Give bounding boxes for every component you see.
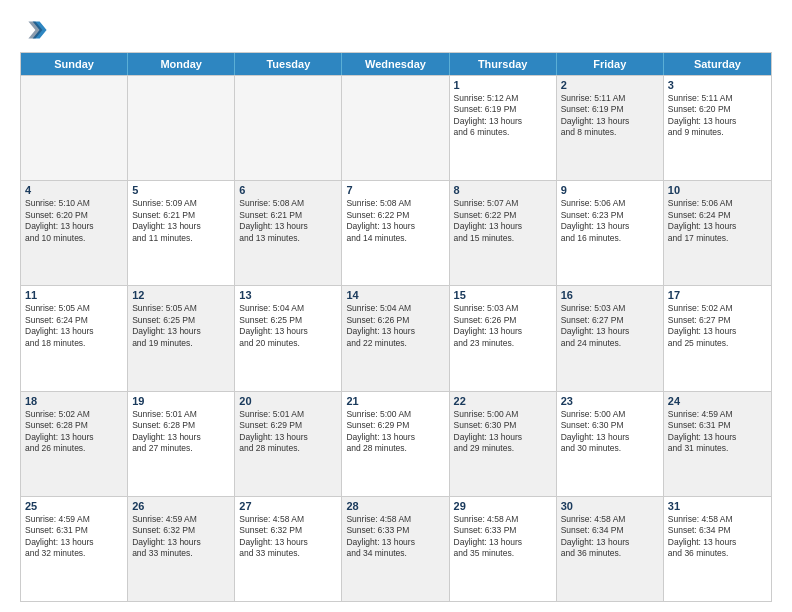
page: SundayMondayTuesdayWednesdayThursdayFrid… xyxy=(0,0,792,612)
calendar-cell-day-26: 26Sunrise: 4:59 AM Sunset: 6:32 PM Dayli… xyxy=(128,497,235,601)
calendar-cell-day-8: 8Sunrise: 5:07 AM Sunset: 6:22 PM Daylig… xyxy=(450,181,557,285)
calendar-cell-day-1: 1Sunrise: 5:12 AM Sunset: 6:19 PM Daylig… xyxy=(450,76,557,180)
calendar-cell-day-13: 13Sunrise: 5:04 AM Sunset: 6:25 PM Dayli… xyxy=(235,286,342,390)
day-number: 8 xyxy=(454,184,552,196)
day-info: Sunrise: 5:03 AM Sunset: 6:26 PM Dayligh… xyxy=(454,303,552,349)
day-number: 4 xyxy=(25,184,123,196)
day-info: Sunrise: 4:58 AM Sunset: 6:34 PM Dayligh… xyxy=(561,514,659,560)
day-info: Sunrise: 5:07 AM Sunset: 6:22 PM Dayligh… xyxy=(454,198,552,244)
day-info: Sunrise: 4:58 AM Sunset: 6:33 PM Dayligh… xyxy=(346,514,444,560)
day-number: 13 xyxy=(239,289,337,301)
calendar-cell-day-23: 23Sunrise: 5:00 AM Sunset: 6:30 PM Dayli… xyxy=(557,392,664,496)
day-info: Sunrise: 4:59 AM Sunset: 6:31 PM Dayligh… xyxy=(668,409,767,455)
day-info: Sunrise: 5:06 AM Sunset: 6:23 PM Dayligh… xyxy=(561,198,659,244)
calendar-cell-day-27: 27Sunrise: 4:58 AM Sunset: 6:32 PM Dayli… xyxy=(235,497,342,601)
calendar-cell-day-14: 14Sunrise: 5:04 AM Sunset: 6:26 PM Dayli… xyxy=(342,286,449,390)
day-info: Sunrise: 5:11 AM Sunset: 6:19 PM Dayligh… xyxy=(561,93,659,139)
calendar-cell-day-9: 9Sunrise: 5:06 AM Sunset: 6:23 PM Daylig… xyxy=(557,181,664,285)
day-info: Sunrise: 5:01 AM Sunset: 6:28 PM Dayligh… xyxy=(132,409,230,455)
day-number: 14 xyxy=(346,289,444,301)
day-info: Sunrise: 5:05 AM Sunset: 6:25 PM Dayligh… xyxy=(132,303,230,349)
day-number: 10 xyxy=(668,184,767,196)
header-day-sunday: Sunday xyxy=(21,53,128,75)
day-number: 24 xyxy=(668,395,767,407)
header-day-wednesday: Wednesday xyxy=(342,53,449,75)
day-number: 3 xyxy=(668,79,767,91)
calendar-row-4: 18Sunrise: 5:02 AM Sunset: 6:28 PM Dayli… xyxy=(21,391,771,496)
day-info: Sunrise: 5:02 AM Sunset: 6:28 PM Dayligh… xyxy=(25,409,123,455)
day-info: Sunrise: 5:02 AM Sunset: 6:27 PM Dayligh… xyxy=(668,303,767,349)
day-number: 30 xyxy=(561,500,659,512)
day-info: Sunrise: 5:04 AM Sunset: 6:25 PM Dayligh… xyxy=(239,303,337,349)
calendar: SundayMondayTuesdayWednesdayThursdayFrid… xyxy=(20,52,772,602)
calendar-cell-day-25: 25Sunrise: 4:59 AM Sunset: 6:31 PM Dayli… xyxy=(21,497,128,601)
calendar-row-3: 11Sunrise: 5:05 AM Sunset: 6:24 PM Dayli… xyxy=(21,285,771,390)
calendar-cell-day-21: 21Sunrise: 5:00 AM Sunset: 6:29 PM Dayli… xyxy=(342,392,449,496)
calendar-cell-empty xyxy=(235,76,342,180)
day-number: 19 xyxy=(132,395,230,407)
calendar-cell-day-18: 18Sunrise: 5:02 AM Sunset: 6:28 PM Dayli… xyxy=(21,392,128,496)
calendar-cell-empty xyxy=(21,76,128,180)
day-info: Sunrise: 5:05 AM Sunset: 6:24 PM Dayligh… xyxy=(25,303,123,349)
calendar-cell-day-3: 3Sunrise: 5:11 AM Sunset: 6:20 PM Daylig… xyxy=(664,76,771,180)
day-info: Sunrise: 5:00 AM Sunset: 6:30 PM Dayligh… xyxy=(454,409,552,455)
day-info: Sunrise: 4:58 AM Sunset: 6:33 PM Dayligh… xyxy=(454,514,552,560)
calendar-cell-day-24: 24Sunrise: 4:59 AM Sunset: 6:31 PM Dayli… xyxy=(664,392,771,496)
header-day-friday: Friday xyxy=(557,53,664,75)
day-number: 20 xyxy=(239,395,337,407)
day-info: Sunrise: 4:59 AM Sunset: 6:32 PM Dayligh… xyxy=(132,514,230,560)
header-day-monday: Monday xyxy=(128,53,235,75)
calendar-cell-day-15: 15Sunrise: 5:03 AM Sunset: 6:26 PM Dayli… xyxy=(450,286,557,390)
day-info: Sunrise: 5:03 AM Sunset: 6:27 PM Dayligh… xyxy=(561,303,659,349)
calendar-cell-day-28: 28Sunrise: 4:58 AM Sunset: 6:33 PM Dayli… xyxy=(342,497,449,601)
calendar-cell-day-19: 19Sunrise: 5:01 AM Sunset: 6:28 PM Dayli… xyxy=(128,392,235,496)
day-number: 26 xyxy=(132,500,230,512)
day-info: Sunrise: 4:59 AM Sunset: 6:31 PM Dayligh… xyxy=(25,514,123,560)
day-info: Sunrise: 5:00 AM Sunset: 6:29 PM Dayligh… xyxy=(346,409,444,455)
logo xyxy=(20,16,52,44)
day-info: Sunrise: 5:06 AM Sunset: 6:24 PM Dayligh… xyxy=(668,198,767,244)
day-info: Sunrise: 5:01 AM Sunset: 6:29 PM Dayligh… xyxy=(239,409,337,455)
day-number: 21 xyxy=(346,395,444,407)
calendar-cell-empty xyxy=(342,76,449,180)
day-number: 12 xyxy=(132,289,230,301)
day-number: 17 xyxy=(668,289,767,301)
day-number: 25 xyxy=(25,500,123,512)
calendar-cell-day-20: 20Sunrise: 5:01 AM Sunset: 6:29 PM Dayli… xyxy=(235,392,342,496)
calendar-cell-day-17: 17Sunrise: 5:02 AM Sunset: 6:27 PM Dayli… xyxy=(664,286,771,390)
calendar-cell-day-29: 29Sunrise: 4:58 AM Sunset: 6:33 PM Dayli… xyxy=(450,497,557,601)
day-info: Sunrise: 5:10 AM Sunset: 6:20 PM Dayligh… xyxy=(25,198,123,244)
day-info: Sunrise: 5:00 AM Sunset: 6:30 PM Dayligh… xyxy=(561,409,659,455)
calendar-cell-day-5: 5Sunrise: 5:09 AM Sunset: 6:21 PM Daylig… xyxy=(128,181,235,285)
calendar-cell-day-22: 22Sunrise: 5:00 AM Sunset: 6:30 PM Dayli… xyxy=(450,392,557,496)
day-number: 2 xyxy=(561,79,659,91)
calendar-body: 1Sunrise: 5:12 AM Sunset: 6:19 PM Daylig… xyxy=(21,75,771,601)
day-info: Sunrise: 5:11 AM Sunset: 6:20 PM Dayligh… xyxy=(668,93,767,139)
calendar-row-1: 1Sunrise: 5:12 AM Sunset: 6:19 PM Daylig… xyxy=(21,75,771,180)
day-number: 1 xyxy=(454,79,552,91)
header-day-saturday: Saturday xyxy=(664,53,771,75)
day-info: Sunrise: 5:08 AM Sunset: 6:22 PM Dayligh… xyxy=(346,198,444,244)
calendar-header: SundayMondayTuesdayWednesdayThursdayFrid… xyxy=(21,53,771,75)
day-info: Sunrise: 5:12 AM Sunset: 6:19 PM Dayligh… xyxy=(454,93,552,139)
calendar-cell-day-6: 6Sunrise: 5:08 AM Sunset: 6:21 PM Daylig… xyxy=(235,181,342,285)
header-day-tuesday: Tuesday xyxy=(235,53,342,75)
day-number: 18 xyxy=(25,395,123,407)
day-number: 9 xyxy=(561,184,659,196)
calendar-cell-day-30: 30Sunrise: 4:58 AM Sunset: 6:34 PM Dayli… xyxy=(557,497,664,601)
day-info: Sunrise: 4:58 AM Sunset: 6:34 PM Dayligh… xyxy=(668,514,767,560)
day-number: 22 xyxy=(454,395,552,407)
day-number: 6 xyxy=(239,184,337,196)
day-info: Sunrise: 5:04 AM Sunset: 6:26 PM Dayligh… xyxy=(346,303,444,349)
header xyxy=(20,16,772,44)
calendar-row-5: 25Sunrise: 4:59 AM Sunset: 6:31 PM Dayli… xyxy=(21,496,771,601)
day-number: 31 xyxy=(668,500,767,512)
calendar-cell-day-31: 31Sunrise: 4:58 AM Sunset: 6:34 PM Dayli… xyxy=(664,497,771,601)
header-day-thursday: Thursday xyxy=(450,53,557,75)
day-info: Sunrise: 4:58 AM Sunset: 6:32 PM Dayligh… xyxy=(239,514,337,560)
day-number: 28 xyxy=(346,500,444,512)
day-info: Sunrise: 5:09 AM Sunset: 6:21 PM Dayligh… xyxy=(132,198,230,244)
day-info: Sunrise: 5:08 AM Sunset: 6:21 PM Dayligh… xyxy=(239,198,337,244)
day-number: 29 xyxy=(454,500,552,512)
day-number: 15 xyxy=(454,289,552,301)
